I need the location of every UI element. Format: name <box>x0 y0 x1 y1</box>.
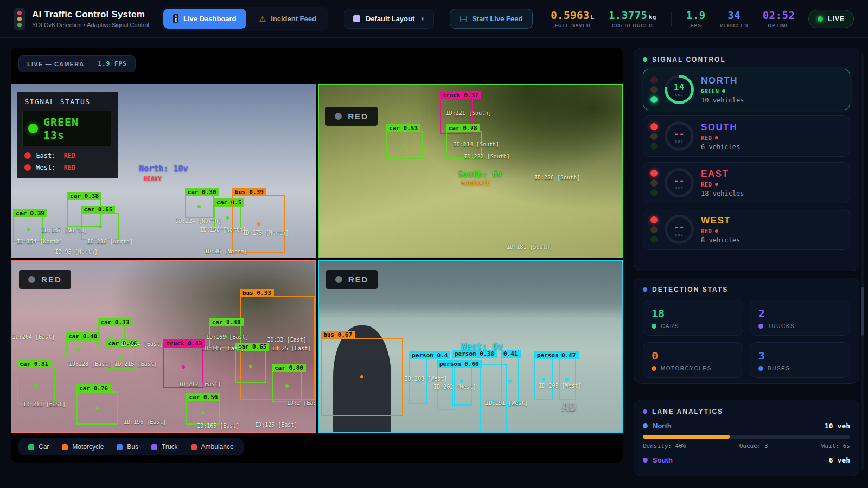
detection-stat-label: CARS <box>661 323 679 329</box>
legend-label: Bus <box>127 443 138 451</box>
scrollbar[interactable] <box>861 53 864 471</box>
detection-id-label: ID:165 [East] <box>197 423 239 429</box>
timer-unit: sec <box>675 93 684 97</box>
detection-box: car 0.30 <box>185 195 214 218</box>
detection-id-label: ID:224 [East] <box>121 341 163 347</box>
camera-feed-west[interactable]: REDbus 0.67person 0.4person 0.380.41pers… <box>318 260 623 434</box>
stat-value: 02:52 <box>763 9 795 21</box>
signal-card-north[interactable]: 14secNORTHGREEN10 vehicles <box>643 69 850 110</box>
start-live-feed-label: Start Live Feed <box>472 15 522 23</box>
detection-id-label: ID:95 [North] <box>55 249 98 255</box>
legend-item: Ambulance <box>191 443 234 451</box>
detection-stat-card: 2TRUCKS <box>750 300 850 336</box>
traffic-light-logo-icon <box>14 8 25 30</box>
detection-id-label: ID:215 [East] <box>114 361 157 367</box>
detection-id-label: ID:214 [South] <box>454 142 499 147</box>
signal-card-west[interactable]: --secWESTRED8 vehicles <box>643 209 850 250</box>
layout-select[interactable]: Default Layout ▼ <box>344 9 434 29</box>
detection-box: bus 0.67 <box>321 338 403 416</box>
timer-value: 14 <box>674 82 685 92</box>
timer-value: -- <box>674 176 685 185</box>
state-dot-icon <box>715 136 718 139</box>
signal-card-south[interactable]: --secSOUTHRED6 vehicles <box>643 115 850 157</box>
panel-dot-icon <box>643 287 647 292</box>
video-panel: LIVE — CAMERA 1.9 FPS car 0.38car 0.30ca… <box>11 48 623 463</box>
detection-id-label: ID:187 [North] <box>41 227 87 233</box>
green-light-icon <box>650 236 658 243</box>
detection-id-label: ID:205 [West] <box>539 383 581 389</box>
overlay-signal-row: East:RED <box>24 152 111 159</box>
detection-box: car 0.53 <box>386 131 423 159</box>
camera-feed-east[interactable]: REDbus 0.33car 0.33car 0.48car 0.40car 0… <box>11 260 316 434</box>
signal-card-east[interactable]: --secEASTRED18 vehicles <box>643 162 850 203</box>
signal-info: EASTRED18 vehicles <box>701 169 744 197</box>
mini-traffic-light-icon <box>650 216 658 243</box>
divider <box>91 60 91 67</box>
timer-unit: sec <box>675 233 684 237</box>
camera-feed-south[interactable]: REDtruck 0.37car 0.53car 0.78ID:221 [Sou… <box>318 84 623 258</box>
detection-label: car 0.76 <box>76 384 111 393</box>
traffic-flow-label: AD <box>562 400 577 414</box>
overlay-signal-row: West:RED <box>24 164 111 171</box>
lane-header: North10 veh <box>643 422 850 430</box>
feed-grid-icon <box>460 16 467 22</box>
stream-badge: LIVE — CAMERA 1.9 FPS <box>18 55 136 72</box>
header-stats: 0.5963LFUEL SAVED1.3775kgCO₂ REDUCED1.9F… <box>544 9 802 28</box>
detection-id-label: ID:222 [South] <box>464 153 510 159</box>
traffic-flow-label: North: 10v <box>139 164 188 174</box>
lane-queue: Queue: 3 <box>739 442 768 450</box>
detection-id-label: ID:202 [West] <box>433 384 476 390</box>
detection-id-label: ID:216 [North] <box>87 239 133 245</box>
start-live-feed-button[interactable]: Start Live Feed <box>450 9 533 29</box>
detection-box: person 0.34 <box>534 358 553 400</box>
signal-state-label: RED <box>41 275 62 284</box>
detection-stat-label: MOTORCYCLES <box>661 365 712 371</box>
detection-id-label: ID:2 [East] <box>287 400 316 406</box>
panel-title: SIGNAL CONTROL <box>652 56 726 63</box>
stat-label: VEHICLES <box>720 23 749 28</box>
panel-title: LANE ANALYTICS <box>652 408 723 415</box>
detection-stats-panel: DETECTION STATS 18CARS2TRUCKS0MOTORCYCLE… <box>634 278 859 384</box>
legend-label: Ambulance <box>201 443 234 451</box>
signal-state-badge: RED <box>19 270 71 289</box>
camera-grid: car 0.38car 0.30car 0.5bus 0.39car 0.39c… <box>11 84 623 433</box>
timer-value: -- <box>674 222 685 232</box>
camera-feed-north[interactable]: car 0.38car 0.30car 0.5bus 0.39car 0.39c… <box>11 84 316 258</box>
tab-label: Incident Feed <box>271 15 316 23</box>
tab-live-dashboard[interactable]: Live Dashboard <box>163 9 246 29</box>
tab-incident-feed[interactable]: ⚠ Incident Feed <box>250 9 326 29</box>
class-dot-icon <box>758 366 763 371</box>
overlay-direction-label: West: <box>36 164 55 171</box>
scrollbar-thumb[interactable] <box>861 287 864 336</box>
signal-state-text: RED <box>701 134 712 142</box>
legend-label: Truck <box>162 443 178 451</box>
signal-direction: SOUTH <box>701 122 740 133</box>
signal-state-badge: RED <box>326 270 378 289</box>
class-dot-icon <box>652 366 656 371</box>
detection-stat-label-row: TRUCKS <box>758 323 841 329</box>
header-stat: 0.5963LFUEL SAVED <box>544 9 602 28</box>
signal-direction: NORTH <box>701 75 744 86</box>
detection-label: person 0.4 <box>409 351 450 359</box>
lane-density-fill <box>643 435 730 439</box>
tab-label: Live Dashboard <box>183 15 237 23</box>
detection-label: car 0.65 <box>81 206 115 214</box>
signal-timer: --sec <box>667 217 691 241</box>
detection-label: truck 0.37 <box>440 91 481 99</box>
detection-legend: CarMotorcycleBusTruckAmbulance <box>18 438 244 455</box>
detection-id-label: ID:96 [North] <box>205 248 247 254</box>
detection-stat-value: 3 <box>758 349 841 362</box>
stat-value: 1.3775kg <box>609 9 656 21</box>
detection-label: bus 0.33 <box>240 289 274 297</box>
overlay-direction-label: East: <box>36 152 55 159</box>
mini-traffic-light-icon <box>650 170 658 196</box>
signal-info: NORTHGREEN10 vehicles <box>701 75 744 104</box>
lane-density-bar <box>643 435 850 439</box>
stat-unit: kg <box>649 14 656 21</box>
detection-label: car 0.33 <box>98 318 132 326</box>
legend-swatch-icon <box>151 444 157 450</box>
detection-id-label: ID:156 [North] <box>200 227 246 233</box>
detection-id-label: ID:212 [East] <box>178 381 221 387</box>
legend-swatch-icon <box>191 444 197 450</box>
detection-box: car 0.65 <box>81 213 119 240</box>
